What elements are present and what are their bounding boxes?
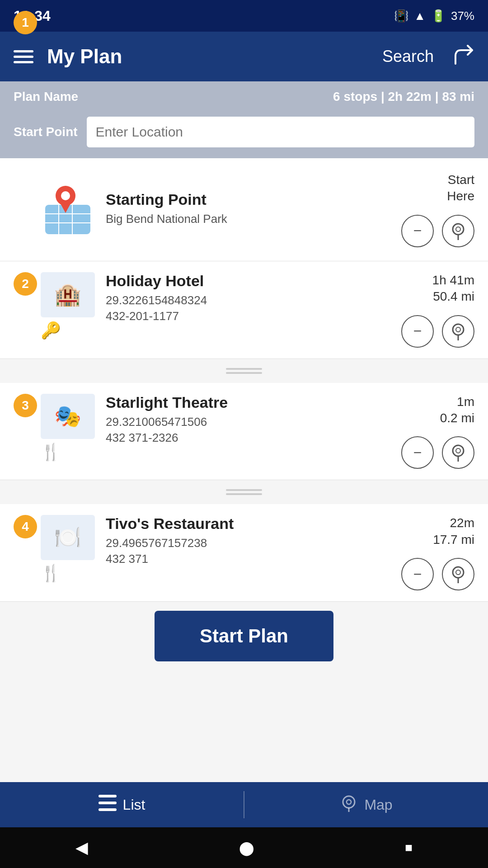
- plan-info-bar: Plan Name 6 stops | 2h 22m | 83 mi: [0, 81, 488, 112]
- stop-4-right: 22m 17.7 mi −: [401, 515, 474, 590]
- stop-2-content: Holiday Hotel 29.3226154848324 432-201-1…: [106, 272, 401, 323]
- status-bar: 11:34 📳 ▲ 🔋 37%: [0, 0, 488, 32]
- stop-4-image-area: 🍽️ 🍴: [41, 515, 95, 569]
- home-button[interactable]: ⬤: [239, 840, 254, 856]
- svg-point-17: [453, 567, 464, 578]
- stop-4-img-placeholder: 🍽️: [41, 515, 95, 560]
- stop-item-4-container: 4 🍽️ 🍴 Tivo's Restaurant 29.496576715723…: [0, 504, 488, 707]
- svg-point-24: [347, 800, 351, 804]
- stop-2-image-area: 🏨 🔑: [41, 272, 95, 326]
- stop-2-img-placeholder: 🏨: [41, 272, 95, 317]
- stop-1-right: StartHere −: [401, 172, 474, 247]
- header: My Plan Search: [0, 32, 488, 81]
- start-map-icon: [36, 180, 95, 239]
- nav-list-tab[interactable]: List: [0, 782, 244, 827]
- page-title: My Plan: [47, 45, 382, 68]
- share-button[interactable]: [452, 43, 474, 70]
- svg-point-8: [453, 224, 464, 235]
- stop-1-content: Starting Point Big Bend National Park: [106, 191, 401, 228]
- start-point-bar: Start Point: [0, 112, 488, 158]
- svg-point-9: [456, 227, 460, 231]
- stop-3-phone: 432 371-2326: [106, 431, 401, 445]
- stop-item-4: 4 🍽️ 🍴 Tivo's Restaurant 29.496576715723…: [0, 504, 488, 602]
- svg-point-23: [343, 796, 355, 808]
- stop-4-pin-btn[interactable]: [442, 558, 474, 590]
- stop-1-time: StartHere: [447, 172, 474, 205]
- stop-item-1: 1 Starting Point Big Bend National Park …: [0, 158, 488, 261]
- vibrate-icon: 📳: [394, 9, 408, 23]
- stop-1-actions: −: [401, 215, 474, 247]
- map-icon: [340, 794, 358, 816]
- stop-2-coords: 29.3226154848324: [106, 293, 401, 307]
- svg-point-11: [453, 324, 464, 335]
- stop-4-time: 22m 17.7 mi: [433, 515, 474, 548]
- stop-4-phone: 432 371: [106, 552, 401, 566]
- stop-4-name: Tivo's Restaurant: [106, 515, 401, 533]
- svg-point-12: [456, 327, 460, 332]
- stop-item-3-wrapper: 3 🎭 🍴 Starlight Theatre 29.3210065471506…: [0, 383, 488, 505]
- stop-1-subtitle: Big Bend National Park: [106, 212, 401, 226]
- stop-3-image: 🎭: [41, 394, 95, 439]
- plan-stats: 6 stops | 2h 22m | 83 mi: [333, 90, 474, 104]
- stop-4-category-icon: 🍴: [41, 564, 95, 583]
- stop-number-2: 2: [14, 272, 37, 296]
- stop-3-right: 1m 0.2 mi −: [401, 394, 474, 469]
- stop-2-image: 🏨: [41, 272, 95, 317]
- stop-3-actions: −: [401, 436, 474, 469]
- wifi-icon: ▲: [414, 9, 426, 23]
- svg-point-15: [456, 448, 460, 453]
- stop-1-pin-btn[interactable]: [442, 215, 474, 247]
- stop-2-pin-btn[interactable]: [442, 315, 474, 348]
- stop-2-name: Holiday Hotel: [106, 272, 401, 290]
- stop-item-2: 2 🏨 🔑 Holiday Hotel 29.3226154848324 432…: [0, 261, 488, 359]
- stop-3-pin-btn[interactable]: [442, 436, 474, 469]
- stop-3-minus-btn[interactable]: −: [401, 436, 434, 469]
- stop-4-actions: −: [401, 558, 474, 590]
- stop-3-time: 1m 0.2 mi: [440, 394, 474, 427]
- plan-name-label: Plan Name: [14, 90, 78, 104]
- stop-3-coords: 29.3210065471506: [106, 415, 401, 429]
- stop-1-minus-btn[interactable]: −: [401, 215, 434, 247]
- stop-number-3: 3: [14, 394, 37, 417]
- stop-3-category-icon: 🍴: [41, 443, 95, 462]
- drag-handle-2[interactable]: [0, 359, 488, 383]
- bottom-nav: List Map: [0, 782, 488, 827]
- stop-2-right: 1h 41m 50.4 mi −: [401, 272, 474, 348]
- stop-2-category-icon: 🔑: [41, 321, 95, 340]
- stop-3-image-area: 🎭 🍴: [41, 394, 95, 448]
- stop-4-minus-btn[interactable]: −: [401, 558, 434, 590]
- start-plan-button[interactable]: Start Plan: [155, 611, 333, 661]
- svg-rect-0: [45, 205, 90, 234]
- android-nav-bar: ◀ ⬤ ■: [0, 827, 488, 868]
- status-icons: 📳 ▲ 🔋 37%: [394, 9, 474, 23]
- recents-button[interactable]: ■: [405, 840, 413, 855]
- search-button[interactable]: Search: [382, 47, 434, 66]
- svg-point-18: [456, 570, 460, 575]
- svg-point-14: [453, 445, 464, 456]
- nav-list-label: List: [123, 797, 145, 813]
- stop-2-minus-btn[interactable]: −: [401, 315, 434, 348]
- stop-item-3: 3 🎭 🍴 Starlight Theatre 29.3210065471506…: [0, 383, 488, 481]
- stop-2-phone: 432-201-1177: [106, 309, 401, 323]
- menu-button[interactable]: [14, 50, 33, 63]
- stop-2-actions: −: [401, 315, 474, 348]
- nav-map-tab[interactable]: Map: [244, 782, 488, 827]
- stop-4-content: Tivo's Restaurant 29.4965767157238 432 3…: [106, 515, 401, 566]
- stop-item-2-wrapper: 2 🏨 🔑 Holiday Hotel 29.3226154848324 432…: [0, 261, 488, 383]
- stop-4-coords: 29.4965767157238: [106, 536, 401, 550]
- stop-3-img-placeholder: 🎭: [41, 394, 95, 439]
- svg-rect-22: [99, 808, 117, 811]
- svg-rect-20: [99, 795, 117, 797]
- list-icon: [99, 795, 117, 815]
- back-button[interactable]: ◀: [75, 838, 88, 857]
- stop-number-1: 1: [14, 11, 37, 34]
- stop-3-content: Starlight Theatre 29.3210065471506 432 3…: [106, 394, 401, 445]
- start-point-label: Start Point: [14, 125, 78, 139]
- stop-4-image: 🍽️: [41, 515, 95, 560]
- drag-handle-3[interactable]: [0, 480, 488, 504]
- nav-map-label: Map: [364, 797, 392, 813]
- svg-point-6: [61, 191, 70, 200]
- stop-1-name: Starting Point: [106, 191, 401, 208]
- stop-3-name: Starlight Theatre: [106, 394, 401, 411]
- location-input[interactable]: [87, 117, 474, 147]
